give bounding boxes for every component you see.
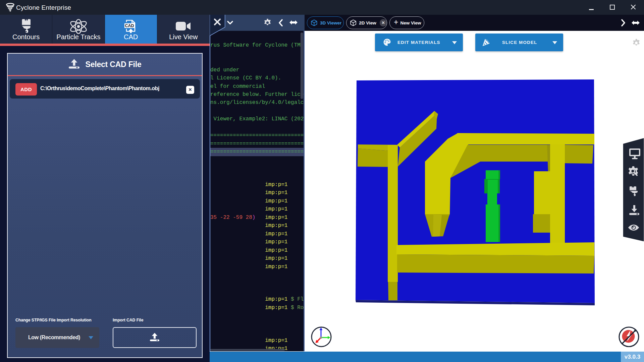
svg-text:CAD: CAD (125, 23, 134, 28)
